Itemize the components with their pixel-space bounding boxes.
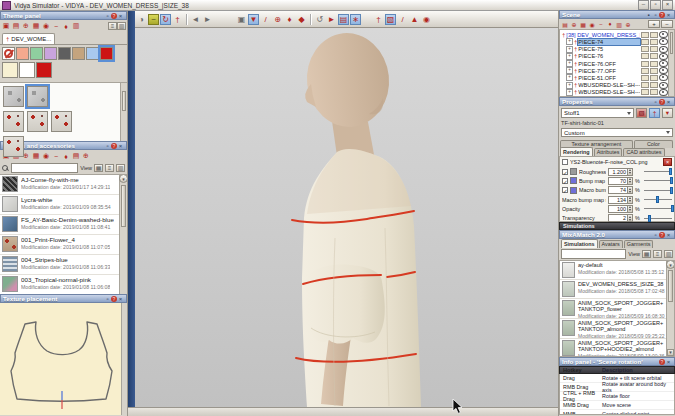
param-slider[interactable]	[644, 205, 672, 212]
param-slider[interactable]	[644, 196, 672, 203]
theme-tool-icon[interactable]: ♦	[61, 21, 71, 31]
list-view-icon[interactable]: ≡	[105, 164, 114, 172]
redo-icon[interactable]: ►	[202, 14, 213, 25]
param-slider[interactable]	[644, 177, 672, 184]
grid-view-icon[interactable]: ▥	[116, 164, 125, 172]
drop-garment-icon[interactable]: ▼	[248, 14, 259, 25]
eye-icon[interactable]	[659, 67, 668, 74]
fabric-bolt-icon[interactable]: ▤	[338, 14, 349, 25]
texture-thumbnail[interactable]	[3, 111, 24, 132]
macro-bump-swatch[interactable]	[570, 187, 577, 194]
filter-tool-icon[interactable]: ⊕	[624, 20, 632, 28]
swatch-icon[interactable]: ▧	[385, 14, 396, 25]
avatar-icon[interactable]: †	[172, 14, 183, 25]
view-mode-icon[interactable]: ◑	[136, 14, 147, 25]
viewport-hscrollbar[interactable]	[128, 407, 558, 416]
spinner-buttons[interactable]	[628, 205, 633, 213]
maximize-button[interactable]: ▫	[650, 0, 661, 10]
node-toggle[interactable]	[641, 32, 649, 38]
refresh-icon[interactable]: ↺	[314, 14, 325, 25]
close-panel-icon[interactable]: ×	[665, 11, 672, 18]
param-value[interactable]: 74	[608, 186, 628, 194]
expander-icon[interactable]: +	[566, 46, 573, 53]
piece-icon[interactable]: ♦	[284, 14, 295, 25]
simulation-item[interactable]: ANIM_SOCK_SPORT_JOGGER+TANKTOP_flower Mo…	[560, 299, 666, 319]
param-value[interactable]: 134	[608, 196, 628, 204]
param-value[interactable]: 1.200	[608, 168, 628, 176]
color-swatch[interactable]	[36, 62, 52, 78]
scene-root-node[interactable]: † [38] DEV_WOMEN_DRESS_|SIZE	[560, 31, 668, 38]
large-view-icon[interactable]: ▦	[642, 250, 651, 258]
container-icon[interactable]: ▣	[236, 14, 247, 25]
filter-tool-icon[interactable]: ▥	[615, 20, 623, 28]
collapse-icon[interactable]: ▾	[119, 174, 127, 183]
param-slider[interactable]	[644, 215, 672, 222]
scene-node[interactable]: + † PIECE-77.OFF	[560, 67, 668, 74]
marker-icon[interactable]: ◆	[296, 14, 307, 25]
fabric-item[interactable]: 001_Print-Flower_4 Modification date: 20…	[0, 235, 119, 255]
expander-icon[interactable]: +	[566, 53, 573, 60]
close-panel-icon[interactable]: ×	[117, 12, 124, 19]
texture-thumbnail-selected[interactable]	[27, 86, 48, 107]
simulation-item[interactable]: ANIM_SOCK_SPORT_JOGGER+TANKTOP+HOODIE2_a…	[560, 339, 666, 357]
texture-checkbox[interactable]	[562, 159, 568, 165]
viewport-3d[interactable]	[135, 28, 558, 407]
float-icon[interactable]: ▫	[652, 231, 659, 238]
eye-icon[interactable]	[659, 82, 668, 89]
theme-tool-icon[interactable]: ▣	[1, 21, 11, 31]
spinner-buttons[interactable]	[628, 168, 633, 176]
node-toggle[interactable]	[650, 53, 658, 59]
simulations-scrollbar[interactable]: ▲ ▼ ▾	[666, 261, 674, 356]
scene-node[interactable]: + † PIECE-76	[560, 53, 668, 60]
node-toggle[interactable]	[641, 53, 649, 59]
fabric-item[interactable]: FS_AY-Basic-Denim-washed-blue Modificati…	[0, 215, 119, 235]
swatch-none[interactable]	[2, 47, 15, 60]
param-slider[interactable]	[644, 187, 672, 194]
node-toggle[interactable]	[650, 89, 658, 95]
remove-node-button[interactable]: −	[661, 20, 673, 28]
spinner-buttons[interactable]	[628, 186, 633, 194]
expander-icon[interactable]: +	[566, 74, 573, 81]
eye-icon[interactable]	[659, 74, 668, 81]
material-dropdown[interactable]: Stoff1	[561, 108, 634, 118]
close-panel-icon[interactable]: ×	[117, 295, 124, 302]
texture-thumbnail[interactable]	[51, 111, 72, 132]
camera-icon[interactable]: ◉	[421, 14, 432, 25]
eye-icon[interactable]	[659, 60, 668, 67]
expander-icon[interactable]: +	[566, 38, 573, 45]
close-panel-icon[interactable]: ×	[665, 231, 672, 238]
eye-icon[interactable]	[659, 38, 668, 45]
simulate-icon[interactable]: ↻	[160, 14, 171, 25]
theme-tool-icon[interactable]: −	[51, 21, 61, 31]
preset-dropdown[interactable]: Custom	[561, 128, 673, 137]
float-icon[interactable]: ▫	[104, 295, 111, 302]
fabrics-tool-icon[interactable]: −	[51, 151, 61, 161]
filter-tool-icon[interactable]: ▤	[561, 20, 569, 28]
float-icon[interactable]: ▫	[652, 98, 659, 105]
eye-icon[interactable]	[659, 53, 668, 60]
minimize-button[interactable]: –	[638, 0, 649, 10]
color-swatch[interactable]	[19, 62, 35, 78]
texture-flower-icon[interactable]: ∗	[350, 14, 361, 25]
eye-icon[interactable]	[659, 46, 668, 53]
color-swatch[interactable]	[30, 47, 43, 60]
list-view-icon[interactable]: ≡	[653, 250, 662, 258]
mixamatch-search-input[interactable]	[561, 249, 626, 259]
theme-scrollbar[interactable]	[120, 83, 127, 141]
fabric-item[interactable]: 004_Stripes-blue Modification date: 2019…	[0, 255, 119, 275]
color-swatch-selected[interactable]	[100, 47, 113, 60]
scroll-down-icon[interactable]: ▼	[667, 349, 674, 356]
node-toggle[interactable]	[650, 68, 658, 74]
bump-checkbox[interactable]: ✓	[562, 178, 568, 184]
collapse-icon[interactable]: ▾	[666, 260, 675, 269]
theme-tool-icon[interactable]: ⊕	[21, 21, 31, 31]
node-toggle[interactable]	[650, 75, 658, 81]
pattern-icon[interactable]: ⊕	[272, 14, 283, 25]
brush-icon[interactable]: /	[397, 14, 408, 25]
param-value[interactable]: 70	[608, 177, 628, 185]
texture-thumbnail[interactable]	[3, 86, 24, 107]
node-toggle[interactable]	[641, 89, 649, 95]
fabric-item[interactable]: Lycra-white Modification date: 2019/01/0…	[0, 195, 119, 215]
scene-node[interactable]: + † WBUSDRED-SLE--SH---1.OFF	[560, 82, 668, 89]
node-toggle[interactable]	[650, 61, 658, 67]
